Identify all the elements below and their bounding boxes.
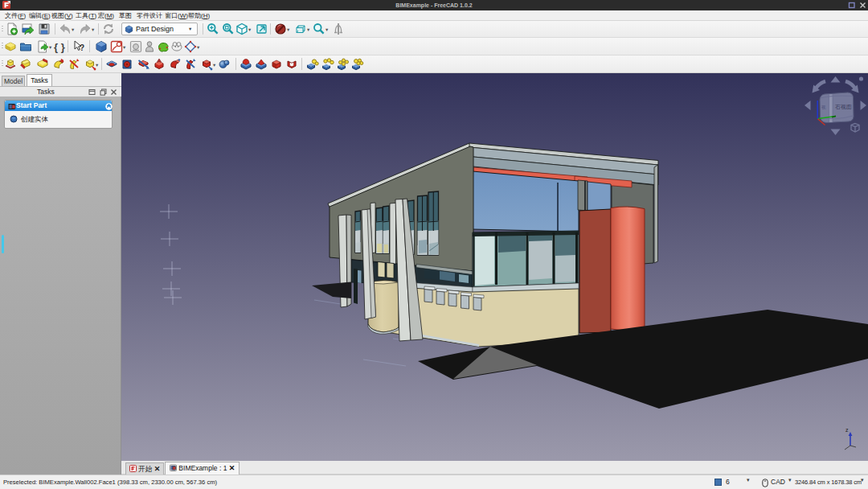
svg-text:右视图: 右视图 (835, 104, 852, 110)
svg-text:{ }: { } (54, 41, 65, 53)
svg-text:z: z (845, 427, 849, 433)
svg-text:视: 视 (821, 105, 826, 110)
svg-text:?: ? (80, 43, 84, 52)
